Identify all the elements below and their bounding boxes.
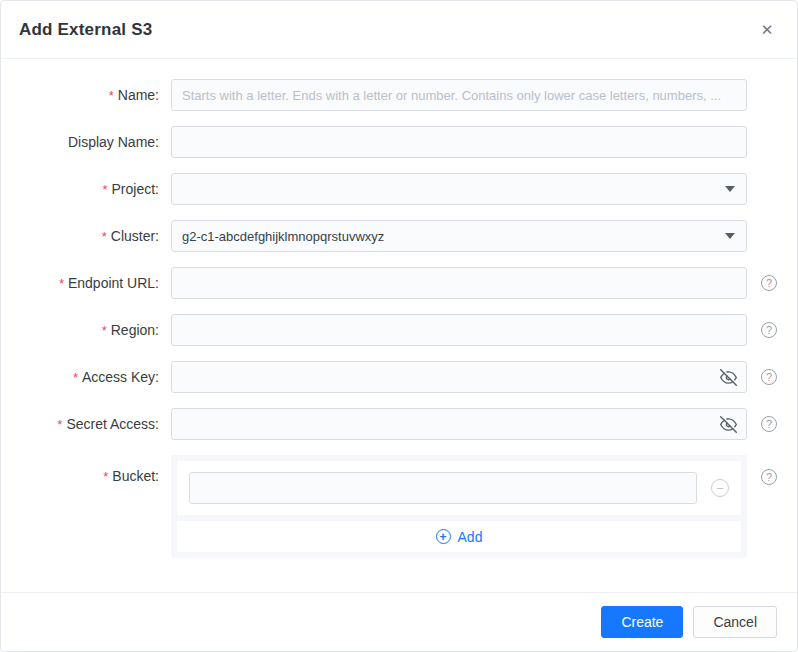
dialog-body: *Name: Display Name: *Project:	[1, 59, 797, 592]
bucket-input[interactable]	[189, 472, 697, 504]
cluster-suffix	[747, 220, 777, 252]
required-marker: *	[109, 88, 114, 103]
required-marker: *	[102, 229, 107, 244]
region-control	[171, 314, 747, 346]
required-marker: *	[59, 276, 64, 291]
plus-circle-icon: +	[436, 529, 451, 544]
required-marker: *	[102, 182, 107, 197]
region-input[interactable]	[171, 314, 747, 346]
project-suffix	[747, 173, 777, 205]
required-marker: *	[102, 323, 107, 338]
dropdown-arrow-icon	[725, 233, 735, 239]
project-row: *Project:	[21, 173, 777, 205]
endpoint-url-input[interactable]	[171, 267, 747, 299]
eye-off-icon[interactable]	[719, 415, 737, 433]
remove-bucket-icon[interactable]: −	[711, 479, 729, 497]
display-name-suffix	[747, 126, 777, 158]
name-input[interactable]	[171, 79, 747, 111]
dialog-header: Add External S3 ✕	[1, 1, 797, 59]
secret-access-label: *Secret Access:	[21, 416, 171, 432]
endpoint-url-suffix: ?	[747, 267, 777, 299]
cancel-button[interactable]: Cancel	[693, 606, 777, 638]
bucket-item: −	[177, 461, 741, 515]
cluster-control: g2-c1-abcdefghijklmnopqrstuvwxyz	[171, 220, 747, 252]
project-control	[171, 173, 747, 205]
project-label: *Project:	[21, 181, 171, 197]
required-marker: *	[103, 469, 108, 484]
secret-access-row: *Secret Access: ?	[21, 408, 777, 440]
secret-access-suffix: ?	[747, 408, 777, 440]
add-bucket-button[interactable]: + Add	[177, 521, 741, 552]
region-row: *Region: ?	[21, 314, 777, 346]
required-marker: *	[73, 370, 78, 385]
access-key-control	[171, 361, 747, 393]
secret-access-control	[171, 408, 747, 440]
project-select[interactable]	[171, 173, 747, 205]
cluster-select[interactable]: g2-c1-abcdefghijklmnopqrstuvwxyz	[171, 220, 747, 252]
name-row: *Name:	[21, 79, 777, 111]
display-name-input[interactable]	[171, 126, 747, 158]
dropdown-arrow-icon	[725, 186, 735, 192]
name-control	[171, 79, 747, 111]
name-suffix	[747, 79, 777, 111]
required-marker: *	[57, 417, 62, 432]
add-external-s3-dialog: Add External S3 ✕ *Name: Display Name: *…	[0, 0, 798, 652]
help-icon[interactable]: ?	[761, 275, 777, 291]
access-key-row: *Access Key: ?	[21, 361, 777, 393]
region-suffix: ?	[747, 314, 777, 346]
cluster-row: *Cluster: g2-c1-abcdefghijklmnopqrstuvwx…	[21, 220, 777, 252]
help-icon[interactable]: ?	[761, 322, 777, 338]
endpoint-url-control	[171, 267, 747, 299]
name-label: *Name:	[21, 87, 171, 103]
dialog-footer: Create Cancel	[1, 592, 797, 651]
dialog-title: Add External S3	[19, 20, 152, 40]
eye-off-icon[interactable]	[719, 368, 737, 386]
access-key-suffix: ?	[747, 361, 777, 393]
bucket-group: − + Add	[171, 455, 747, 558]
cluster-label: *Cluster:	[21, 228, 171, 244]
close-icon[interactable]: ✕	[755, 18, 779, 42]
endpoint-url-row: *Endpoint URL: ?	[21, 267, 777, 299]
endpoint-url-label: *Endpoint URL:	[21, 275, 171, 291]
secret-access-input[interactable]	[171, 408, 747, 440]
help-icon[interactable]: ?	[761, 416, 777, 432]
bucket-row: *Bucket: − + Add ?	[21, 455, 777, 558]
bucket-suffix: ?	[747, 455, 777, 485]
display-name-row: Display Name:	[21, 126, 777, 158]
bucket-label: *Bucket:	[21, 455, 171, 484]
help-icon[interactable]: ?	[761, 469, 777, 485]
access-key-input[interactable]	[171, 361, 747, 393]
access-key-label: *Access Key:	[21, 369, 171, 385]
region-label: *Region:	[21, 322, 171, 338]
cluster-selected-value: g2-c1-abcdefghijklmnopqrstuvwxyz	[182, 229, 384, 244]
display-name-control	[171, 126, 747, 158]
add-bucket-label: Add	[458, 529, 483, 545]
create-button[interactable]: Create	[601, 606, 683, 638]
display-name-label: Display Name:	[21, 134, 171, 150]
help-icon[interactable]: ?	[761, 369, 777, 385]
bucket-control: − + Add	[171, 455, 747, 558]
